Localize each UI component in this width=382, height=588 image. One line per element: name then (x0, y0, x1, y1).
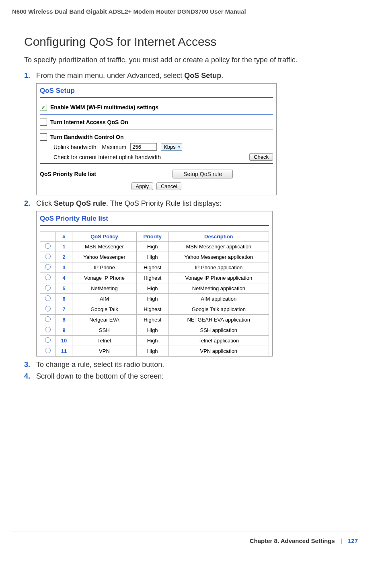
table-row: 11VPNHighVPN application (40, 346, 269, 356)
row-radio[interactable] (45, 306, 51, 311)
col-priority: Priority (136, 232, 168, 242)
step-number: 1. (24, 72, 36, 80)
row-radio[interactable] (45, 327, 51, 332)
row-policy: Netgear EVA (72, 315, 137, 325)
wmm-label: Enable WMM (Wi-Fi multimedia) settings (50, 104, 158, 111)
row-desc: Google Talk application (168, 304, 269, 315)
row-num: 1 (56, 242, 72, 252)
cancel-button[interactable]: Cancel (156, 182, 181, 190)
row-policy: Vonage IP Phone (72, 273, 137, 283)
row-radio[interactable] (45, 243, 51, 249)
row-priority: High (136, 283, 168, 294)
internet-qos-row: ✓ Turn Internet Access QoS On (40, 119, 273, 126)
bw-control-row: ✓ Turn Bandwidth Control On (40, 133, 273, 141)
uplink-row: Uplink bandwidth: Maximum 256 Kbps ▾ (53, 143, 273, 151)
uplink-mode: Maximum (102, 144, 127, 150)
table-row: 6AIMHighAIM application (40, 294, 269, 304)
internet-qos-checkbox[interactable]: ✓ (40, 119, 47, 126)
row-num: 3 (56, 262, 72, 273)
row-radio[interactable] (45, 264, 51, 270)
row-radio-cell (40, 283, 56, 294)
row-radio[interactable] (45, 348, 51, 353)
bw-control-label: Turn Bandwidth Control On (50, 134, 124, 140)
row-radio[interactable] (45, 337, 51, 343)
step-3: 3. To change a rule, select its radio bu… (24, 361, 358, 369)
divider (40, 114, 273, 115)
step-1-pre: From the main menu, under Advanced, sele… (36, 72, 184, 80)
row-radio-cell (40, 262, 56, 273)
footer-rule (12, 531, 358, 531)
row-desc: Telnet application (168, 336, 269, 346)
row-num: 10 (56, 336, 72, 346)
priority-list-row: QoS Priority Rule list Setup QoS rule (40, 170, 273, 178)
step-2: 2. Click Setup QoS rule. The QoS Priorit… (24, 199, 358, 208)
row-radio-cell (40, 346, 56, 356)
check-uplink-label: Check for current Internet uplink bandwi… (53, 154, 161, 160)
table-row: 9SSHHighSSH application (40, 325, 269, 336)
qos-rule-list-screenshot: QoS Priority Rule list # QoS Policy Prio… (36, 211, 273, 356)
uplink-label: Uplink bandwidth: (53, 144, 98, 150)
col-policy: QoS Policy (72, 232, 137, 242)
row-num: 5 (56, 283, 72, 294)
row-num: 11 (56, 346, 72, 356)
col-num: # (56, 232, 72, 242)
row-priority: Highest (136, 273, 168, 283)
wmm-row: ✓ Enable WMM (Wi-Fi multimedia) settings (40, 104, 273, 111)
row-num: 7 (56, 304, 72, 315)
row-radio-cell (40, 252, 56, 262)
setup-qos-rule-button[interactable]: Setup QoS rule (173, 170, 233, 178)
uplink-value-input[interactable]: 256 (130, 143, 157, 151)
step-2-pre: Click (36, 199, 54, 207)
row-priority: High (136, 325, 168, 336)
row-radio-cell (40, 336, 56, 346)
rule-list-title: QoS Priority Rule list (40, 215, 269, 223)
table-row: 2Yahoo MessengerHighYahoo Messenger appl… (40, 252, 269, 262)
row-policy: Yahoo Messenger (72, 252, 137, 262)
row-num: 8 (56, 315, 72, 325)
row-num: 9 (56, 325, 72, 336)
row-radio-cell (40, 304, 56, 315)
col-radio (40, 232, 56, 242)
row-policy: AIM (72, 294, 137, 304)
page-number: 127 (348, 537, 358, 544)
divider (40, 163, 273, 164)
step-1-post: . (221, 72, 223, 80)
row-radio[interactable] (45, 285, 51, 291)
rule-table: # QoS Policy Priority Description 1MSN M… (40, 232, 269, 356)
row-radio[interactable] (45, 254, 51, 259)
row-radio[interactable] (45, 275, 51, 280)
table-row: 4Vonage IP PhoneHighestVonage IP Phone a… (40, 273, 269, 283)
col-desc: Description (168, 232, 269, 242)
row-radio[interactable] (45, 316, 51, 322)
row-policy: Telnet (72, 336, 137, 346)
step-4: 4. Scroll down to the bottom of the scre… (24, 372, 358, 381)
row-policy: NetMeeting (72, 283, 137, 294)
row-desc: AIM application (168, 294, 269, 304)
step-1-bold: QoS Setup (184, 72, 221, 80)
row-priority: Highest (136, 315, 168, 325)
footer-sep: | (341, 537, 342, 544)
row-radio-cell (40, 242, 56, 252)
bw-control-checkbox[interactable]: ✓ (40, 133, 47, 141)
wmm-checkbox[interactable]: ✓ (40, 104, 47, 111)
step-1: 1. From the main menu, under Advanced, s… (24, 72, 358, 80)
table-row: 5NetMeetingHighNetMeeting application (40, 283, 269, 294)
row-desc: NETGEAR EVA application (168, 315, 269, 325)
running-header: N600 Wireless Dual Band Gigabit ADSL2+ M… (12, 8, 358, 15)
table-row: 10TelnetHighTelnet application (40, 336, 269, 346)
row-desc: SSH application (168, 325, 269, 336)
row-radio-cell (40, 315, 56, 325)
row-radio[interactable] (45, 295, 51, 301)
check-button[interactable]: Check (249, 153, 273, 161)
row-desc: Yahoo Messenger application (168, 252, 269, 262)
row-radio-cell (40, 273, 56, 283)
row-policy: Google Talk (72, 304, 137, 315)
table-row: 8Netgear EVAHighestNETGEAR EVA applicati… (40, 315, 269, 325)
uplink-unit-select[interactable]: Kbps ▾ (161, 143, 182, 151)
row-policy: SSH (72, 325, 137, 336)
uplink-unit-label: Kbps (164, 144, 176, 150)
row-policy: IP Phone (72, 262, 137, 273)
step-number: 2. (24, 199, 36, 208)
row-desc: MSN Messenger application (168, 242, 269, 252)
apply-button[interactable]: Apply (131, 182, 154, 190)
